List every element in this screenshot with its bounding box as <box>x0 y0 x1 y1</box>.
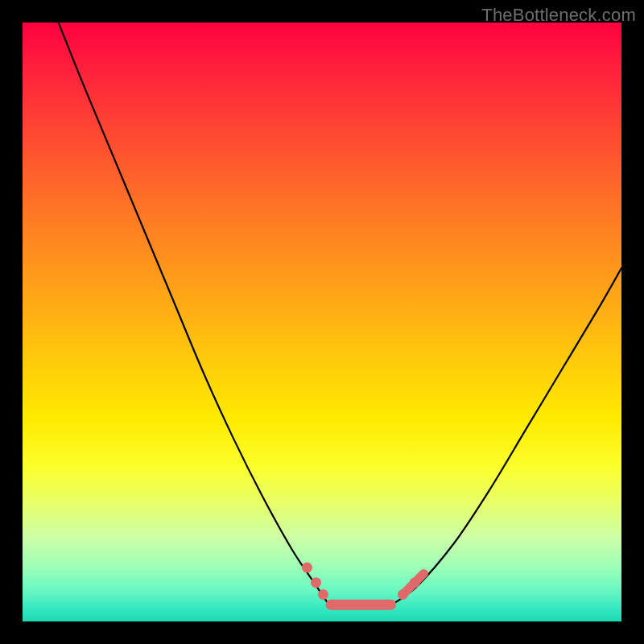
plot-area <box>23 23 621 621</box>
marker-dot <box>302 563 312 573</box>
curve-right-branch <box>394 268 621 604</box>
outer-frame: TheBottleneck.com <box>0 0 644 644</box>
marker-dots <box>302 563 420 600</box>
marker-dot <box>398 589 408 600</box>
marker-dot <box>318 589 328 600</box>
bottleneck-curve-svg <box>23 23 621 621</box>
curve-left-branch <box>59 23 328 604</box>
marker-dot <box>311 577 321 588</box>
marker-dot <box>410 577 420 588</box>
